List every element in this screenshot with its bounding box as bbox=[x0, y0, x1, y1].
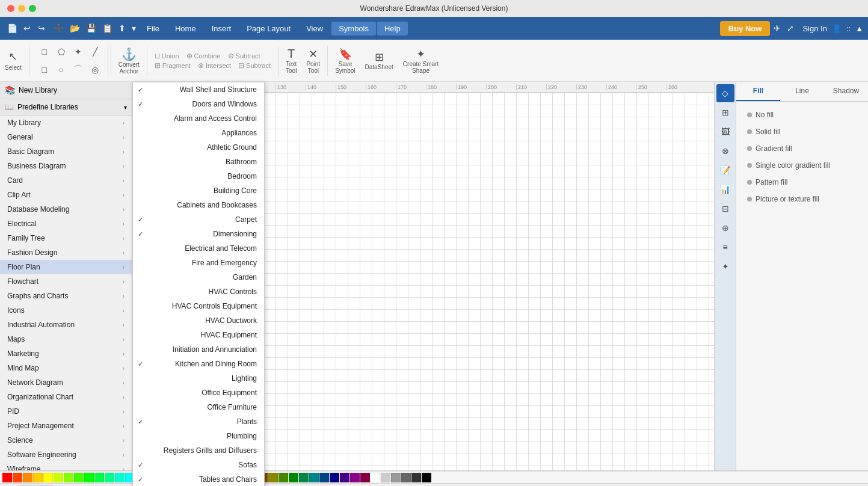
notes-icon[interactable]: 📝 bbox=[716, 161, 734, 179]
color-swatch-0[interactable] bbox=[2, 473, 12, 482]
fill-option-4[interactable]: Pattern fill bbox=[741, 174, 863, 191]
point-tool[interactable]: ✕ PointTool bbox=[301, 48, 325, 74]
menu-insert[interactable]: Insert bbox=[205, 22, 239, 35]
sidebar-item-floor-plan[interactable]: Floor Plan› bbox=[0, 260, 132, 274]
dropdown-item-alarm-and-access-control[interactable]: Alarm and Access Control bbox=[133, 111, 264, 126]
dropdown-item-sofas[interactable]: Sofas bbox=[133, 458, 264, 472]
tab-shadow[interactable]: Shadow bbox=[824, 82, 868, 101]
grid2-icon[interactable]: ⊕ bbox=[716, 219, 734, 237]
dropdown-icon[interactable]: ▾ bbox=[129, 22, 138, 34]
sidebar-item-clip-art[interactable]: Clip Art› bbox=[0, 188, 132, 202]
minimize-button[interactable] bbox=[18, 5, 25, 12]
chart-icon[interactable]: 📊 bbox=[716, 180, 734, 198]
sidebar-item-graphs-and-charts[interactable]: Graphs and Charts› bbox=[0, 289, 132, 303]
color-swatch-33[interactable] bbox=[340, 473, 349, 482]
select-tool[interactable]: ↖ Select bbox=[0, 48, 26, 73]
layout-icon[interactable]: ⊞ bbox=[716, 103, 734, 122]
sidebar-item-science[interactable]: Science› bbox=[0, 433, 132, 448]
menu-symbols[interactable]: Symbols bbox=[331, 22, 376, 35]
misc-icon[interactable]: ✦ bbox=[716, 257, 734, 275]
color-swatch-11[interactable] bbox=[115, 473, 125, 482]
dropdown-item-hvac-controls[interactable]: HVAC Controls bbox=[133, 285, 264, 299]
maximize-button[interactable] bbox=[29, 5, 36, 12]
color-swatch-30[interactable] bbox=[309, 473, 319, 482]
dropdown-item-hvac-ductwork[interactable]: HVAC Ductwork bbox=[133, 313, 264, 328]
create-smart-shape-tool[interactable]: ✦ Create SmartShape bbox=[398, 48, 443, 74]
convert-anchor-tool[interactable]: ⚓ ConvertAnchor bbox=[114, 47, 144, 75]
dropdown-item-registers-grills-and-diffusers[interactable]: Registers Grills and Diffusers bbox=[133, 443, 264, 458]
color-swatch-8[interactable] bbox=[84, 473, 94, 482]
send-icon[interactable]: ✈ bbox=[771, 22, 783, 34]
format-icon[interactable]: ≡ bbox=[716, 238, 734, 256]
dropdown-item-plumbing[interactable]: Plumbing bbox=[133, 429, 264, 443]
dropdown-item-bedroom[interactable]: Bedroom bbox=[133, 169, 264, 183]
fill-panel-icon[interactable]: ◇ bbox=[716, 84, 734, 102]
color-swatch-10[interactable] bbox=[105, 473, 114, 482]
color-swatch-37[interactable] bbox=[381, 473, 390, 482]
sidebar-item-mind-map[interactable]: Mind Map› bbox=[0, 361, 132, 375]
dropdown-item-doors-and-windows[interactable]: Doors and Windows bbox=[133, 97, 264, 111]
dropdown-item-kitchen-and-dining-room[interactable]: Kitchen and Dining Room bbox=[133, 357, 264, 371]
dropdown-item-hvac-equipment[interactable]: HVAC Equipment bbox=[133, 328, 264, 342]
new-library-label[interactable]: New Library bbox=[19, 86, 57, 94]
sidebar-item-organizational-chart[interactable]: Organizational Chart› bbox=[0, 390, 132, 404]
color-swatch-7[interactable] bbox=[74, 473, 84, 482]
dropdown-item-hvac-controls-equipment[interactable]: HVAC Controls Equipment bbox=[133, 299, 264, 313]
color-swatch-5[interactable] bbox=[54, 473, 63, 482]
datasheet-tool[interactable]: ⊞ DataSheet bbox=[360, 51, 398, 70]
undo-button[interactable]: ↩ bbox=[21, 22, 33, 34]
share-icon[interactable]: ⤢ bbox=[784, 22, 796, 34]
oval-shape[interactable]: ◎ bbox=[87, 62, 103, 78]
dropdown-item-wall-shell-and-structure[interactable]: Wall Shell and Structure bbox=[133, 82, 264, 97]
dropdown-item-building-core[interactable]: Building Core bbox=[133, 183, 264, 198]
tab-line[interactable]: Line bbox=[780, 82, 824, 101]
sidebar-item-general[interactable]: General› bbox=[0, 130, 132, 144]
new-file-icon[interactable]: 📄 bbox=[5, 22, 20, 34]
text-tool[interactable]: T TextTool bbox=[281, 47, 301, 74]
save-symbol-tool[interactable]: 🔖 SaveSymbol bbox=[330, 48, 360, 74]
export-icon[interactable]: ⬆ bbox=[116, 22, 128, 34]
buy-now-button[interactable]: Buy Now bbox=[720, 21, 771, 36]
collapse-icon[interactable]: ▲ bbox=[855, 24, 863, 33]
dropdown-item-office-equipment[interactable]: Office Equipment bbox=[133, 386, 264, 400]
close-button[interactable] bbox=[7, 5, 14, 12]
fill-option-2[interactable]: Gradient fill bbox=[741, 140, 863, 157]
color-swatch-31[interactable] bbox=[319, 473, 329, 482]
color-swatch-29[interactable] bbox=[299, 473, 309, 482]
color-swatch-32[interactable] bbox=[330, 473, 339, 482]
sidebar-item-family-tree[interactable]: Family Tree› bbox=[0, 231, 132, 245]
color-swatch-40[interactable] bbox=[411, 473, 421, 482]
fill-option-0[interactable]: No fill bbox=[741, 106, 863, 123]
dropdown-item-cabinets-and-bookcases[interactable]: Cabinets and Bookcases bbox=[133, 198, 264, 212]
dropdown-item-fire-and-emergency[interactable]: Fire and Emergency bbox=[133, 256, 264, 270]
color-swatch-39[interactable] bbox=[401, 473, 411, 482]
menu-page-layout[interactable]: Page Layout bbox=[239, 22, 298, 35]
color-swatch-34[interactable] bbox=[350, 473, 360, 482]
fill-option-3[interactable]: Single color gradient fill bbox=[741, 157, 863, 174]
color-swatch-41[interactable] bbox=[422, 473, 431, 482]
menu-help[interactable]: Help bbox=[377, 22, 408, 35]
color-swatch-2[interactable] bbox=[23, 473, 32, 482]
image-icon[interactable]: 🖼 bbox=[716, 123, 734, 141]
pentagon-shape[interactable]: ⬠ bbox=[54, 44, 69, 60]
dropdown-item-carpet[interactable]: Carpet bbox=[133, 212, 264, 227]
sidebar-item-icons[interactable]: Icons› bbox=[0, 303, 132, 318]
sidebar-item-marketing[interactable]: Marketing› bbox=[0, 346, 132, 361]
sidebar-item-card[interactable]: Card› bbox=[0, 173, 132, 188]
color-swatch-27[interactable] bbox=[279, 473, 288, 482]
table-icon[interactable]: ⊟ bbox=[716, 200, 734, 218]
menu-home[interactable]: Home bbox=[168, 22, 203, 35]
layers-icon[interactable]: ⊗ bbox=[716, 142, 734, 160]
color-swatch-26[interactable] bbox=[268, 473, 278, 482]
color-swatch-36[interactable] bbox=[371, 473, 380, 482]
sidebar-item-business-diagram[interactable]: Business Diagram› bbox=[0, 159, 132, 173]
dropdown-item-office-furniture[interactable]: Office Furniture bbox=[133, 400, 264, 414]
color-swatch-35[interactable] bbox=[360, 473, 370, 482]
dropdown-item-initiation-and-annunciation[interactable]: Initiation and Annunciation bbox=[133, 342, 264, 357]
sidebar-item-pid[interactable]: PID› bbox=[0, 404, 132, 419]
predefine-label[interactable]: Predefine Libraries bbox=[17, 103, 78, 111]
sidebar-item-my-library[interactable]: My Library› bbox=[0, 115, 132, 130]
redo-button[interactable]: ↪ bbox=[35, 22, 48, 34]
sidebar-item-flowchart[interactable]: Flowchart› bbox=[0, 274, 132, 289]
fill-option-1[interactable]: Solid fill bbox=[741, 123, 863, 140]
